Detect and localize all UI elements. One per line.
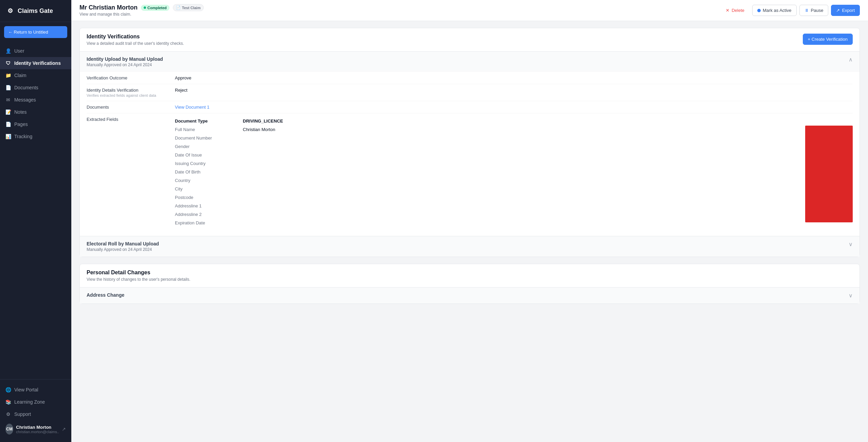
- sidebar-item-tracking[interactable]: 📊 Tracking: [0, 130, 71, 143]
- extracted-fields-row: Extracted Fields Document Type DRIVING_L…: [87, 113, 853, 231]
- extracted-expiry-row: Expiration Date: [175, 219, 792, 227]
- extracted-dob-row: Date Of Birth: [175, 168, 792, 176]
- extracted-dateissue-label: Date Of Issue: [175, 152, 243, 158]
- verification-outcome-row: Verification Outcome Approve: [87, 72, 853, 84]
- return-label: ← Return to Untitled: [8, 30, 48, 35]
- main-content: Mr Christian Morton Completed 📄 Test Cla…: [71, 0, 868, 442]
- mark-active-icon: [757, 9, 761, 12]
- delete-icon: ✕: [726, 8, 729, 13]
- identity-details-label: Identity Details Verification Verifies e…: [87, 88, 175, 97]
- identity-verifications-card: Identity Verifications View a detailed a…: [79, 28, 860, 257]
- sidebar-bottom: 🌐 View Portal 📚 Learning Zone ⚙ Support …: [0, 379, 71, 442]
- sidebar-item-claim[interactable]: 📁 Claim: [0, 69, 71, 81]
- sidebar-item-pages-label: Pages: [14, 122, 28, 127]
- address-change-item: Address Change ∨: [80, 287, 860, 303]
- status-completed-badge: Completed: [141, 5, 169, 11]
- extracted-country-label: Country: [175, 178, 243, 183]
- extracted-addr1-row: Addressline 1: [175, 202, 792, 210]
- sidebar-item-messages[interactable]: ✉ Messages: [0, 94, 71, 106]
- user-info: Christian Morton christian.morton@claims…: [16, 425, 59, 434]
- redacted-image-block: [805, 126, 853, 222]
- sidebar-item-identity-verifications[interactable]: 🛡 Identity Verifications: [0, 57, 71, 69]
- documents-value: View Document 1: [175, 105, 853, 110]
- electoral-subtitle: Manually Approved on 24 April 2024: [87, 247, 159, 252]
- sidebar-item-learning-zone[interactable]: 📚 Learning Zone: [0, 396, 71, 408]
- sidebar-item-user-label: User: [14, 48, 24, 54]
- sidebar-item-notes[interactable]: 📝 Notes: [0, 106, 71, 118]
- learning-icon: 📚: [5, 399, 11, 405]
- app-logo: ⚙ Claims Gate: [0, 0, 71, 22]
- user-avatar: CM: [5, 424, 13, 435]
- logo-icon: ⚙: [5, 6, 15, 16]
- extracted-postcode-row: Postcode: [175, 193, 792, 202]
- view-document-link[interactable]: View Document 1: [175, 105, 210, 110]
- extracted-country-row: Country: [175, 176, 792, 185]
- claim-icon: 📁: [5, 73, 11, 78]
- completed-dot: [144, 6, 146, 9]
- extracted-fields-table: Document Type DRIVING_LICENCE Full Name …: [175, 117, 792, 227]
- identity-verifications-header: Identity Verifications View a detailed a…: [80, 28, 860, 51]
- extracted-city-row: City: [175, 185, 792, 193]
- personal-detail-title: Personal Detail Changes: [87, 270, 191, 276]
- identity-section-subtitle: View a detailed audit trail of the user'…: [87, 41, 184, 46]
- header-actions: ✕ Delete Mark as Active ⏸ Pause ↗ Export: [721, 5, 860, 16]
- sidebar-item-user[interactable]: 👤 User: [0, 45, 71, 57]
- user-email: christian.morton@claims..: [16, 430, 59, 434]
- extracted-dateissue-row: Date Of Issue: [175, 151, 792, 159]
- identity-upload-header[interactable]: Identity Upload by Manual Upload Manuall…: [80, 52, 860, 72]
- notes-icon: 📝: [5, 109, 11, 115]
- electoral-roll-header[interactable]: Electoral Roll by Manual Upload Manually…: [80, 236, 860, 257]
- pause-button[interactable]: ⏸ Pause: [799, 5, 829, 16]
- verification-outcome-value: Approve: [175, 75, 853, 80]
- return-to-untitled-button[interactable]: ← Return to Untitled: [4, 26, 67, 38]
- mark-active-button[interactable]: Mark as Active: [752, 5, 797, 16]
- delete-button[interactable]: ✕ Delete: [721, 5, 749, 16]
- extracted-fullname-row: Full Name Christian Morton: [175, 125, 792, 134]
- sidebar-item-notes-label: Notes: [14, 109, 27, 115]
- electoral-title: Electoral Roll by Manual Upload: [87, 241, 159, 246]
- extracted-fullname-value: Christian Morton: [243, 127, 792, 132]
- export-button[interactable]: ↗ Export: [831, 5, 860, 16]
- client-name: Mr Christian Morton: [79, 4, 138, 11]
- extracted-col-header: Document Type: [175, 118, 243, 124]
- identity-upload-title: Identity Upload by Manual Upload: [87, 56, 163, 62]
- extracted-header-row: Document Type DRIVING_LICENCE: [175, 117, 792, 125]
- personal-detail-changes-card: Personal Detail Changes View the history…: [79, 264, 860, 304]
- page-header: Mr Christian Morton Completed 📄 Test Cla…: [71, 0, 868, 21]
- header-subtitle: View and manage this claim.: [79, 12, 204, 17]
- sidebar-item-support[interactable]: ⚙ Support: [0, 408, 71, 420]
- extracted-fields-label: Extracted Fields: [87, 117, 175, 122]
- extracted-docnumber-row: Document Number: [175, 134, 792, 142]
- messages-icon: ✉: [5, 97, 11, 103]
- address-change-header[interactable]: Address Change ∨: [80, 288, 860, 303]
- test-claim-icon: 📄: [176, 5, 181, 10]
- shield-icon: 🛡: [5, 60, 11, 66]
- tracking-icon: 📊: [5, 134, 11, 139]
- extracted-col-value: DRIVING_LICENCE: [243, 118, 792, 124]
- identity-details-value: Reject: [175, 88, 853, 93]
- extracted-addr2-label: Addressline 2: [175, 212, 243, 217]
- extracted-gender-label: Gender: [175, 144, 243, 149]
- user-icon: 👤: [5, 48, 11, 54]
- chevron-down-icon: ∨: [849, 241, 853, 247]
- pages-icon: 📄: [5, 122, 11, 127]
- header-title-row: Mr Christian Morton Completed 📄 Test Cla…: [79, 4, 204, 11]
- sidebar-nav: 👤 User 🛡 Identity Verifications 📁 Claim …: [0, 42, 71, 379]
- logout-icon[interactable]: ↗: [62, 426, 66, 432]
- sidebar-item-pages[interactable]: 📄 Pages: [0, 118, 71, 130]
- sidebar: ⚙ Claims Gate ← Return to Untitled 👤 Use…: [0, 0, 71, 442]
- sidebar-item-documents[interactable]: 📄 Documents: [0, 81, 71, 94]
- electoral-title-block: Electoral Roll by Manual Upload Manually…: [87, 241, 159, 252]
- documents-label: Documents: [87, 105, 175, 110]
- status-test-badge: 📄 Test Claim: [173, 4, 204, 11]
- personal-detail-header: Personal Detail Changes View the history…: [80, 264, 860, 287]
- content-area: Identity Verifications View a detailed a…: [71, 21, 868, 317]
- personal-detail-text: Personal Detail Changes View the history…: [87, 270, 191, 282]
- identity-upload-item: Identity Upload by Manual Upload Manuall…: [80, 51, 860, 236]
- sidebar-item-portal-label: View Portal: [14, 387, 38, 392]
- support-icon: ⚙: [5, 411, 11, 417]
- extracted-dob-label: Date Of Birth: [175, 169, 243, 174]
- extracted-expiry-label: Expiration Date: [175, 220, 243, 225]
- create-verification-button[interactable]: + Create Verification: [803, 34, 853, 45]
- sidebar-item-view-portal[interactable]: 🌐 View Portal: [0, 384, 71, 396]
